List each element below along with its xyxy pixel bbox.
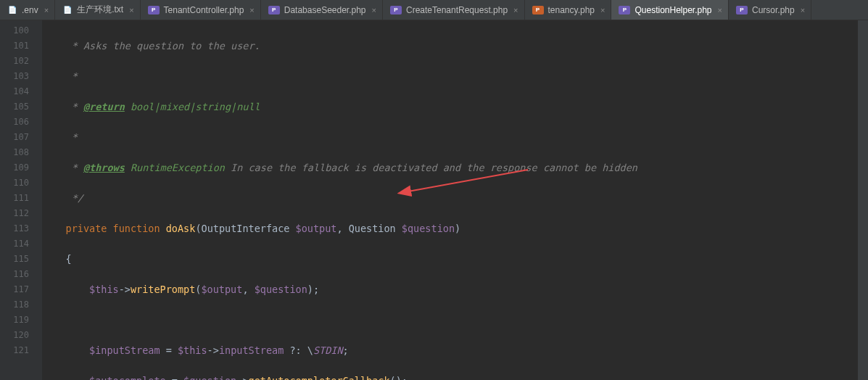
tab-label: TenantController.php (164, 5, 244, 15)
line-gutter: 1001011021031041051061071081091101111121… (0, 20, 42, 380)
doc-prefix: * (42, 70, 78, 82)
close-icon[interactable]: × (600, 6, 605, 15)
doc-prefix: * (42, 131, 78, 143)
line-number: 117 (0, 282, 29, 297)
op: ?: \ (284, 344, 313, 356)
param: $question (402, 223, 455, 234)
property: inputStream (219, 344, 284, 356)
php-icon: P (148, 6, 160, 15)
line-number: 112 (0, 206, 29, 221)
end: (); (390, 375, 408, 380)
tab-label: CreateTenantRequest.php (406, 5, 508, 15)
tab-tenant-controller[interactable]: P TenantController.php × (141, 0, 261, 20)
line-number: 101 (0, 38, 29, 54)
line-number: 116 (0, 267, 29, 282)
php-icon: P (390, 6, 402, 15)
line-number: 102 (0, 54, 29, 69)
arrow: -> (207, 344, 219, 356)
doc-tag-throws: @throws (83, 162, 125, 173)
kw-private: private (66, 223, 107, 234)
this: $this (89, 284, 119, 295)
line-number: 100 (0, 23, 29, 38)
tab-label: .env (22, 5, 38, 15)
close-icon[interactable]: × (718, 6, 722, 15)
line-number: 118 (0, 297, 29, 313)
method: writePrompt (131, 284, 195, 295)
indent (42, 344, 89, 356)
file-icon: 📄 (62, 5, 73, 15)
var: $autocomplete (89, 375, 166, 380)
var: $output (201, 284, 242, 295)
var: $inputStream (89, 344, 160, 356)
sig: (OutputInterface (195, 223, 295, 234)
tab-label: tenancy.php (548, 5, 595, 15)
line-number: 111 (0, 191, 29, 206)
tab-cursor[interactable]: P Cursor.php × (729, 0, 811, 20)
param: $output (296, 223, 337, 234)
close-icon[interactable]: × (513, 6, 518, 15)
line-number: 103 (0, 69, 29, 84)
tab-tenancy[interactable]: P tenancy.php × (525, 0, 612, 20)
php-config-icon: P (532, 6, 544, 15)
vertical-scrollbar[interactable] (858, 20, 868, 380)
doc-prefix: * (42, 101, 83, 112)
close-icon[interactable]: × (372, 6, 376, 15)
indent (42, 375, 89, 380)
code-area[interactable]: * Asks the question to the user. * * @re… (42, 20, 858, 380)
kw-function: function (113, 223, 160, 234)
end: ; (343, 344, 349, 356)
line-number: 107 (0, 130, 29, 145)
end: ); (307, 284, 319, 295)
line-number: 113 (0, 221, 29, 236)
doc-prefix: * (42, 162, 83, 173)
brace: { (42, 253, 72, 265)
tab-label: DatabaseSeeder.php (284, 5, 366, 15)
line-number: 108 (0, 145, 29, 160)
line-number: 114 (0, 236, 29, 252)
doc-text: bool|mixed|string|null (125, 101, 260, 112)
line-number: 104 (0, 84, 29, 99)
tab-env[interactable]: 📄 .env × (0, 0, 55, 20)
file-icon: 📄 (7, 5, 17, 15)
line-number: 105 (0, 99, 29, 115)
php-icon: P (268, 6, 280, 15)
doc-prefix: * (42, 40, 83, 51)
this: $this (178, 344, 207, 356)
tab-label: 生产环境.txt (77, 4, 123, 16)
doc-text: Asks the question to the user. (83, 40, 260, 51)
sig: ) (455, 223, 460, 234)
var: $question (255, 284, 307, 295)
tab-label: QuestionHelper.php (635, 5, 711, 15)
doc-close: */ (42, 192, 83, 204)
arrow: -> (236, 375, 248, 380)
line-number: 120 (0, 328, 29, 343)
comma: , (242, 284, 254, 295)
line-number: 109 (0, 160, 29, 175)
close-icon[interactable]: × (44, 6, 49, 15)
line-number: 115 (0, 252, 29, 267)
tab-question-helper[interactable]: P QuestionHelper.php × (611, 0, 729, 20)
tab-create-tenant-request[interactable]: P CreateTenantRequest.php × (383, 0, 525, 20)
tab-database-seeder[interactable]: P DatabaseSeeder.php × (261, 0, 383, 20)
op: = (166, 375, 183, 380)
doc-exception: RuntimeException (125, 162, 225, 173)
op: = (160, 344, 178, 356)
editor-tabs: 📄 .env × 📄 生产环境.txt × P TenantController… (0, 0, 868, 20)
editor[interactable]: 1001011021031041051061071081091101111121… (0, 20, 868, 380)
php-icon: P (736, 6, 748, 15)
close-icon[interactable]: × (249, 6, 254, 15)
tab-label: Cursor.php (752, 5, 795, 15)
close-icon[interactable]: × (801, 6, 805, 15)
tab-prod-env[interactable]: 📄 生产环境.txt × (55, 0, 140, 20)
line-number: 119 (0, 313, 29, 328)
arrow: -> (119, 284, 131, 295)
line-number: 110 (0, 175, 29, 191)
var: $question (183, 375, 236, 380)
doc-text: In case the fallback is deactivated and … (225, 162, 637, 173)
method: getAutocompleterCallback (249, 375, 390, 380)
line-number: 121 (0, 343, 29, 358)
func-name: doAsk (166, 223, 196, 234)
indent (42, 284, 89, 295)
const-stdin: STDIN (313, 344, 343, 356)
close-icon[interactable]: × (129, 6, 133, 15)
